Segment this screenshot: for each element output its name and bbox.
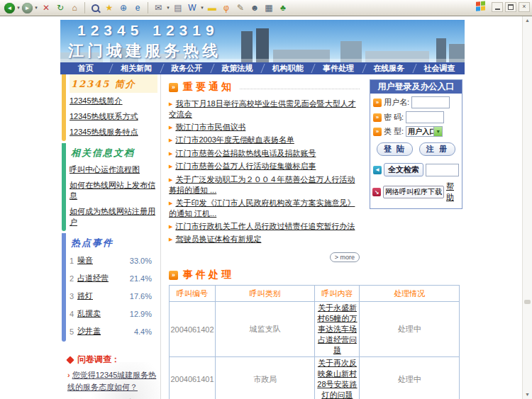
hot-event-rank: 3	[70, 292, 77, 300]
login-button[interactable]: 登 陆	[377, 142, 413, 156]
print-icon[interactable]: ▤	[172, 1, 184, 14]
forward-dropdown-icon[interactable]: ▾	[33, 1, 39, 14]
hot-event-rank: 4	[70, 310, 77, 318]
word-dropdown-icon[interactable]: ▾	[199, 1, 205, 14]
stop-icon[interactable]: ✕	[40, 1, 52, 14]
toolbar-icons: ◄▾►▾✕↻⌂★⊕e✉▾▤W▾▬φ✎☻▦♣	[4, 1, 290, 14]
notes-icon[interactable]: ▬	[206, 1, 218, 14]
survey-question-link[interactable]: 您觉得12345城建服务热线的服务态度如何？	[67, 369, 157, 393]
notices-more-button[interactable]: > more	[330, 252, 360, 262]
sidebar-link[interactable]: 如何成为热线网站注册用户	[70, 203, 157, 230]
sidebar-section-intro: 12345 简介 12345热线简介12345热线联系方式12345热线服务特点	[60, 74, 160, 143]
mail-icon[interactable]: ✉	[152, 1, 165, 14]
hot-event-item: 4 乱摆卖 12.9%	[70, 305, 157, 322]
dotted-divider	[240, 89, 360, 89]
notice-link[interactable]: 关于印发《江门市人民政府机构改革方案实施意见》的通知 江机...	[169, 198, 355, 218]
windows-logo-icon	[476, 1, 487, 13]
notice-link[interactable]: 江门市慈善公益捐款热线电话及捐款账号	[175, 149, 316, 157]
sidebar-link[interactable]: 呼叫中心运作流程图	[70, 162, 157, 177]
back-icon[interactable]: ◄	[4, 3, 15, 13]
username-field[interactable]	[411, 96, 450, 108]
building-icon[interactable]: ▦	[262, 1, 275, 14]
nav-item[interactable]: 相关新闻	[111, 62, 161, 74]
sidebar: 12345 简介 12345热线简介12345热线联系方式12345热线服务特点…	[60, 74, 161, 399]
register-button[interactable]: 注 册	[419, 142, 455, 156]
table-header-cell: 呼叫编号	[170, 286, 216, 302]
nav-item[interactable]: 在线服务	[364, 62, 414, 74]
toolbar-separator	[84, 2, 85, 13]
notice-link[interactable]: 驾驶员换证体检有新规定	[175, 235, 261, 243]
search-icon[interactable]	[89, 1, 101, 14]
hot-event-item: 2 占道经营 21.4%	[70, 269, 157, 287]
hot-event-item: 5 沙井盖 4.4%	[70, 322, 157, 340]
close-button[interactable]: ×	[519, 2, 530, 12]
hot-event-link[interactable]: 沙井盖	[77, 326, 134, 337]
scroll-down-icon[interactable]: ▼	[523, 390, 532, 399]
main-nav: 首页相关新闻政务公开政策法规机构职能事件处理在线服务社会调查	[60, 62, 465, 74]
scrollbar-thumb[interactable]	[524, 300, 531, 304]
call-program-download-button[interactable]: 网络呼叫程序下载	[383, 186, 444, 198]
section-ribbon	[62, 74, 66, 141]
home-icon[interactable]: ⌂	[68, 1, 81, 14]
user-type-select[interactable]: 用户入口 ▼	[406, 126, 443, 137]
vertical-scrollbar[interactable]: ▲ ▼	[522, 16, 532, 399]
download-arrow-icon: ↘	[372, 188, 381, 196]
back-dropdown-icon[interactable]: ▾	[16, 1, 21, 14]
misc-icon[interactable]: ♣	[277, 1, 289, 14]
mail-dropdown-icon[interactable]: ▾	[165, 1, 171, 14]
ie-icon[interactable]: e	[131, 1, 144, 14]
call-content-link[interactable]: 关于永盛新村65幢的万事达洗车场占道经营问题	[317, 303, 357, 354]
hot-event-rank: 1	[70, 257, 77, 265]
call-content-cell: 关于永盛新村65幢的万事达洗车场占道经营问题	[315, 302, 360, 357]
people-icon[interactable]: ☻	[248, 1, 261, 14]
globe-icon[interactable]: ⊕	[117, 1, 130, 14]
minimize-button[interactable]	[492, 2, 503, 12]
notice-link[interactable]: 江门市慈善公益万人行活动征集徽标启事	[175, 162, 316, 170]
hot-event-percent: 33.0%	[130, 257, 157, 265]
chevron-down-icon[interactable]: ▼	[433, 126, 443, 137]
notice-link[interactable]: 我市下月18日举行高校毕业生供需见面会暨大型人才交流会	[169, 99, 356, 119]
restore-button[interactable]	[505, 2, 516, 12]
notice-link[interactable]: 关于广泛发动职工为２００４年慈善公益万人行活动募捐的通知 ...	[169, 175, 355, 195]
notice-link[interactable]: 江门市2003年度无偿献血表扬名单	[175, 135, 294, 144]
table-row: 2004061401 市政局 关于再次反映象山新村28号安装路灯的问题 处理中	[170, 357, 460, 399]
fulltext-search-input[interactable]	[426, 164, 459, 176]
forward-icon[interactable]: ►	[22, 3, 33, 13]
plugin-icon[interactable]: φ	[220, 1, 233, 14]
hot-event-percent: 12.9%	[130, 310, 157, 318]
sidebar-link[interactable]: 12345热线服务特点	[70, 124, 157, 140]
hotline-numbers: 12345 12319	[77, 22, 219, 39]
hot-event-link[interactable]: 噪音	[77, 255, 130, 266]
nav-item[interactable]: 首页	[60, 62, 111, 74]
scroll-up-icon[interactable]: ▲	[523, 16, 532, 25]
section-title: 相关信息文档	[70, 143, 157, 162]
sidebar-link[interactable]: 12345热线联系方式	[70, 108, 157, 124]
nav-item[interactable]: 政策法规	[212, 62, 262, 74]
word-icon[interactable]: W	[186, 1, 199, 14]
notice-item: 江门市2003年度无偿献血表扬名单	[169, 134, 361, 147]
refresh-icon[interactable]: ↻	[54, 1, 67, 14]
hot-event-link[interactable]: 乱摆卖	[77, 308, 130, 319]
call-content-link[interactable]: 关于再次反映象山新村28号安装路灯的问题	[317, 359, 357, 399]
sidebar-link[interactable]: 12345热线简介	[70, 93, 157, 108]
notice-item: 我市下月18日举行高校毕业生供需见面会暨大型人才交流会	[169, 97, 361, 120]
hot-event-rank: 5	[70, 327, 77, 336]
hot-event-link[interactable]: 占道经营	[77, 273, 130, 283]
notice-link[interactable]: 江门市行政机关工作人员行政过错责任追究暂行办法	[175, 222, 355, 230]
nav-item[interactable]: 机构职能	[262, 62, 313, 74]
events-title: 事件处理	[183, 269, 234, 281]
sidebar-link[interactable]: 如何在热线网站上发布信息	[70, 177, 157, 203]
nav-item[interactable]: 事件处理	[313, 62, 363, 74]
notice-link[interactable]: 致江门市市民倡议书	[175, 123, 245, 131]
fulltext-search-button[interactable]: 全文检索	[384, 163, 423, 176]
notices-section: » 重要通知 我市下月18日举行高校毕业生供需见面会暨大型人才交流会致江门市市民…	[169, 79, 361, 264]
favorites-icon[interactable]: ★	[103, 1, 116, 14]
nav-item[interactable]: 社会调查	[414, 62, 465, 74]
password-field[interactable]	[406, 111, 444, 123]
events-section: » 事件处理 呼叫编号呼叫类别呼叫内容处理情况 2004061402 城监支队	[169, 269, 462, 399]
hot-event-link[interactable]: 路灯	[77, 291, 130, 301]
call-content-cell: 关于再次反映象山新村28号安装路灯的问题	[315, 357, 360, 399]
nav-item[interactable]: 政务公开	[162, 62, 212, 74]
help-link[interactable]: 帮助	[446, 181, 460, 203]
draw-icon[interactable]: ✎	[234, 1, 247, 14]
